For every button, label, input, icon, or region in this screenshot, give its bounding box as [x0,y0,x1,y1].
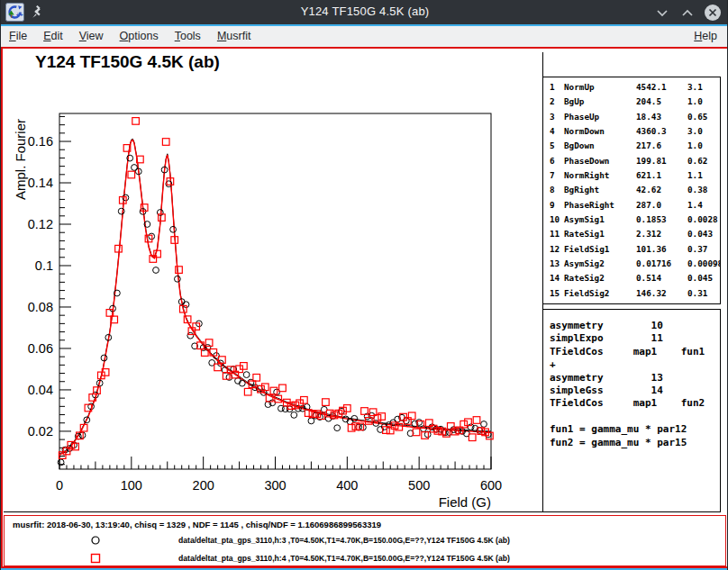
data-point-circle [334,425,341,431]
y-axis-title: Ampl. Fourier [13,119,28,200]
data-point-square [176,267,183,274]
legend-row: data/deltat_pta_gps_3110,h:3 ,T0=4.50K,T… [5,532,725,548]
param-row-PhaseRight: 9PhaseRight287.01.4 [550,200,720,214]
data-point-square [469,434,476,441]
data-point-square [128,171,135,178]
data-point-circle [170,226,177,232]
x-tick-label: 300 [264,478,286,493]
data-point-square [244,388,251,395]
menu-item-view[interactable]: View [71,26,112,47]
param-row-NormRight: 7NormRight621.11.1 [550,170,720,185]
minimize-button[interactable] [653,4,671,22]
param-row-BgUp: 2BgUp204.51.0 [550,96,720,111]
param-row-PhaseUp: 3PhaseUp18.430.65 [550,112,720,126]
data-point-square [413,429,420,436]
y-tick-label: 0.08 [28,300,53,314]
x-tick-label: 400 [336,478,358,493]
data-point-circle [79,432,86,439]
data-point-square [473,417,480,424]
param-row-BgRight: 8BgRight42.620.38 [550,185,720,199]
plot-pad[interactable]: 01002003004005006000.020.040.060.080.10.… [4,50,544,515]
param-row-AsymSig1: 10AsymSig10.18530.0028 [550,214,720,229]
data-point-square [141,204,148,212]
root-canvas[interactable]: Y124 TF150G 4.5K (ab) 010020030040050060… [1,47,728,568]
data-point-square [348,425,355,432]
info-legend-pad[interactable]: musrfit: 2018-06-30, 13:19:40, chisq = 1… [4,515,726,566]
data-point-square [408,412,415,420]
titlebar[interactable]: ++ Y124 TF150G 4.5K (ab) [1,0,728,24]
close-button[interactable] [704,4,722,22]
series-open-circle [58,155,491,466]
x-axis-title: Field (G) [439,494,491,510]
maximize-button[interactable] [678,4,696,22]
y-tick-label: 0.12 [28,217,53,231]
y-tick-label: 0.06 [28,341,53,356]
x-tick-label: 600 [480,478,502,493]
y-tick-label: 0.04 [28,383,53,397]
window-title: Y124 TF150G 4.5K (ab) [1,5,728,18]
menu-item-options[interactable]: Options [112,26,167,47]
data-point-circle [153,267,159,274]
data-point-circle [118,208,124,214]
menu-item-musrfit[interactable]: Musrfit [209,26,259,47]
data-point-square [323,399,330,406]
fit-parameters-box[interactable]: 1NormUp4542.13.12BgUp204.51.03PhaseUp18.… [542,77,721,304]
x-tick-label: 200 [193,478,214,493]
y-tick-label: 0.02 [28,424,53,439]
series-open-square [59,118,493,459]
menubar: FileEditViewOptionsToolsMusrfit Help [1,26,728,47]
legend-label: data/deltat_pta_gps_3110,h:3 ,T0=4.50K,T… [178,536,510,545]
param-row-FieldSig2: 15FieldSig2146.320.31 [550,288,720,303]
plot-frame [59,113,491,469]
open-square-marker-icon [89,552,102,565]
x-tick-label: 100 [121,478,142,493]
y-tick-label: 0.1 [35,258,53,273]
data-point-square [465,419,472,426]
menu-item-help[interactable]: Help [686,26,725,47]
data-point-circle [175,276,181,282]
data-point-circle [468,424,474,430]
x-tick-label: 0 [56,478,63,493]
data-point-square [279,385,287,392]
data-line-h3 [59,139,491,454]
data-point-square [253,375,260,382]
menu-item-file[interactable]: File [1,26,35,47]
param-row-RateSig1: 11RateSig12.3120.043 [550,229,720,243]
data-point-square [162,139,169,146]
data-point-circle [291,412,297,419]
data-point-square [132,118,140,125]
theory-text: asymmetry 10 simplExpo 11 TFieldCos map1… [550,320,720,449]
y-tick-label: 0.14 [28,176,53,190]
data-point-square [378,413,386,421]
legend-row: data/deltat_pta_gps_3110,h:4 ,T0=4.50K,T… [5,550,725,566]
menu-item-tools[interactable]: Tools [167,26,209,47]
param-row-FieldSig1: 12FieldSig1101.360.37 [550,244,720,258]
legend-label: data/deltat_pta_gps_3110,h:4 ,T0=4.50K,T… [178,554,510,563]
data-point-square [115,245,123,252]
param-row-AsymSig2: 13AsymSig20.017160.00098 [550,258,720,273]
open-circle-marker-icon [89,534,102,547]
theory-box[interactable]: asymmetry 10 simplExpo 11 TFieldCos map1… [542,309,721,512]
app-window: ++ Y124 TF150G 4.5K (ab) FileEditViewOpt… [0,0,728,570]
data-point-circle [481,421,487,428]
data-point-circle [196,321,203,327]
data-point-circle [308,418,314,424]
param-row-NormUp: 1NormUp4542.13.1 [550,82,720,96]
param-row-PhaseDown: 6PhaseDown199.810.62 [550,156,720,170]
x-tick-label: 500 [408,478,430,493]
fit-curve [59,140,491,456]
param-row-BgDown: 5BgDown217.61.0 [550,140,720,155]
data-point-circle [243,372,250,378]
param-row-NormDown: 4NormDown4360.33.0 [550,126,720,140]
data-point-circle [183,302,189,308]
y-tick-label: 0.16 [28,134,53,149]
fit-status-line: musrfit: 2018-06-30, 13:19:40, chisq = 1… [13,520,381,529]
menu-item-edit[interactable]: Edit [35,26,71,47]
menu-items: FileEditViewOptionsToolsMusrfit [1,30,259,42]
param-row-RateSig2: 14RateSig20.5140.045 [550,273,720,287]
